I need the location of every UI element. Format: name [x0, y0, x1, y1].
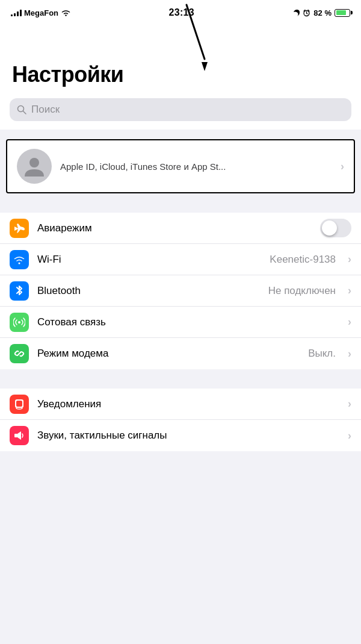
airplane-mode-icon — [10, 219, 29, 238]
airplane-mode-row[interactable]: Авиарежим — [0, 213, 361, 244]
svg-point-9 — [29, 158, 39, 167]
signal-bars-icon — [11, 9, 22, 16]
wifi-label: Wi-Fi — [37, 254, 261, 266]
apple-id-chevron: › — [341, 160, 344, 173]
svg-line-12 — [18, 352, 21, 355]
moon-icon — [292, 9, 300, 17]
wifi-status-icon — [61, 9, 71, 17]
wifi-icon-wrap — [10, 250, 29, 269]
notifications-label: Уведомления — [37, 398, 339, 410]
avatar-icon — [23, 155, 46, 178]
carrier-label: MegaFon — [24, 8, 58, 17]
apple-id-text: Apple ID, iCloud, iTunes Store и App St.… — [60, 161, 332, 172]
svg-marker-6 — [202, 62, 208, 71]
bluetooth-setting-icon — [14, 284, 24, 298]
hotspot-row[interactable]: Режим модема Выкл. › — [0, 338, 361, 369]
svg-point-11 — [18, 321, 20, 324]
sounds-row[interactable]: Звуки, тактильные сигналы › — [0, 420, 361, 451]
bluetooth-label: Bluetooth — [37, 285, 260, 297]
cellular-chevron: › — [348, 316, 351, 328]
notifications-row[interactable]: Уведомления › — [0, 389, 361, 420]
wifi-setting-icon — [13, 255, 25, 264]
notifications-icon-wrap — [10, 395, 29, 414]
bluetooth-row[interactable]: Bluetooth Не подключен › — [0, 275, 361, 307]
bluetooth-icon-wrap — [10, 281, 29, 301]
svg-line-5 — [187, 5, 205, 59]
annotation-area — [0, 23, 361, 56]
annotation-arrow — [168, 2, 223, 74]
search-bar[interactable]: Поиск — [0, 96, 361, 130]
svg-marker-16 — [17, 431, 21, 440]
airplane-mode-label: Авиарежим — [37, 222, 312, 234]
section-gap-1 — [0, 130, 361, 139]
cellular-setting-icon — [13, 316, 25, 328]
cellular-label: Сотовая связь — [37, 316, 339, 328]
airplane-mode-toggle[interactable] — [320, 219, 351, 237]
sounds-setting-icon — [13, 430, 25, 442]
search-placeholder: Поиск — [31, 104, 60, 116]
wifi-row[interactable]: Wi-Fi Keenetic-9138 › — [0, 244, 361, 275]
cellular-icon-wrap — [10, 313, 29, 332]
alarm-icon — [303, 9, 310, 17]
apple-id-subtitle: Apple ID, iCloud, iTunes Store и App St.… — [60, 161, 332, 172]
wifi-chevron: › — [348, 253, 351, 266]
notifications-chevron: › — [348, 398, 351, 410]
svg-line-8 — [23, 111, 26, 114]
bluetooth-value: Не подключен — [268, 285, 336, 297]
wifi-value: Keenetic-9138 — [270, 254, 336, 266]
hotspot-value: Выкл. — [308, 348, 336, 360]
bluetooth-chevron: › — [348, 284, 351, 297]
svg-line-2 — [307, 13, 308, 14]
cellular-row[interactable]: Сотовая связь › — [0, 307, 361, 338]
section-gap-3 — [0, 369, 361, 379]
hotspot-icon-wrap — [10, 344, 29, 363]
avatar — [17, 149, 52, 184]
apple-id-section[interactable]: Apple ID, iCloud, iTunes Store и App St.… — [6, 139, 355, 193]
notifications-settings-section: Уведомления › Звуки, тактильные сигналы … — [0, 389, 361, 451]
hotspot-setting-icon — [13, 348, 25, 360]
svg-point-10 — [19, 262, 20, 264]
svg-rect-14 — [16, 401, 22, 407]
sounds-chevron: › — [348, 430, 351, 442]
apple-id-row[interactable]: Apple ID, iCloud, iTunes Store и App St.… — [7, 140, 354, 192]
status-left: MegaFon — [11, 8, 71, 17]
hotspot-chevron: › — [348, 348, 351, 360]
hotspot-label: Режим модема — [37, 348, 300, 360]
section-gap-2 — [0, 193, 361, 203]
search-input-wrap[interactable]: Поиск — [10, 98, 351, 121]
battery-indicator — [335, 9, 350, 17]
battery-percent: 82 % — [313, 8, 332, 17]
sounds-label: Звуки, тактильные сигналы — [37, 430, 339, 442]
status-right: 82 % — [292, 8, 350, 17]
sounds-icon-wrap — [10, 426, 29, 445]
svg-rect-15 — [14, 434, 17, 437]
airplane-icon — [13, 222, 25, 234]
search-icon — [17, 105, 26, 114]
notifications-setting-icon — [13, 398, 25, 410]
network-settings-section: Авиарежим Wi-Fi Keenetic-9138 › Bluetoot… — [0, 213, 361, 369]
